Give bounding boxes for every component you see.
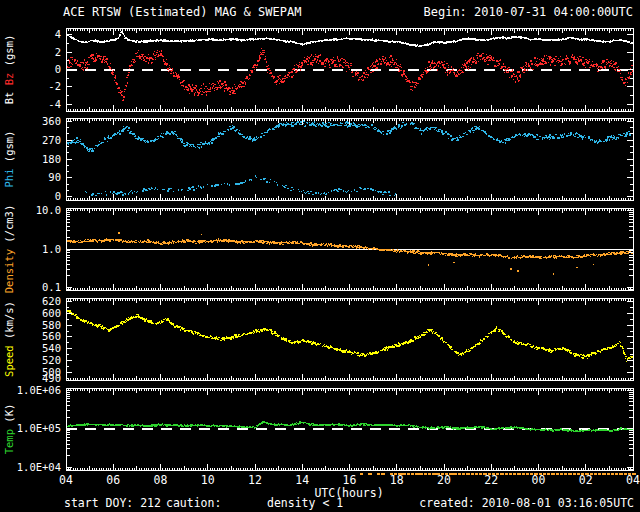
y-tick-label: 0.1 <box>42 281 61 293</box>
y-tick-label: 1.0E+04 <box>17 461 61 473</box>
series-Speed <box>66 310 634 361</box>
y-tick-label: 490 <box>42 372 61 384</box>
y-tick-label: 0 <box>55 63 61 75</box>
begin-timestamp: Begin: 2010-07-31 04:00:00UTC <box>423 5 633 19</box>
y-tick-label: 4 <box>55 28 61 40</box>
x-tick-label: 04 <box>59 473 73 487</box>
y-axis-label-density: Density (/cm3) <box>3 205 15 294</box>
x-tick-label: 12 <box>248 473 262 487</box>
y-tick-label: 360 <box>42 115 61 127</box>
series-Temp <box>66 422 634 432</box>
x-tick-label: 08 <box>154 473 168 487</box>
x-tick-label: 00 <box>532 473 546 487</box>
axis-ticks <box>66 298 633 380</box>
series-Bz <box>66 48 634 100</box>
y-tick-label: 520 <box>42 354 61 366</box>
y-axis-label-phi: Phi (gsm) <box>3 131 15 188</box>
x-tick-label: 06 <box>106 473 120 487</box>
panel-border <box>66 298 633 380</box>
series-Phi-upper <box>66 121 633 151</box>
panel-bt-bz: 420-2-4Bt Bz (gsm) <box>3 28 634 111</box>
series-Bt <box>66 31 634 47</box>
x-tick-label: 14 <box>295 473 309 487</box>
x-tick-label: 18 <box>390 473 404 487</box>
y-tick-label: 1.0 <box>42 243 61 255</box>
footer-start-doy: start DOY: 212 <box>64 496 161 510</box>
y-tick-label: 620 <box>42 295 61 307</box>
y-tick-label: -4 <box>48 98 61 110</box>
series-Phi-lower <box>85 176 396 196</box>
y-tick-label: -2 <box>48 80 61 92</box>
y-tick-label: 90 <box>48 171 61 183</box>
x-tick-label: 04 <box>626 473 640 487</box>
y-tick-label: 0 <box>55 190 61 202</box>
x-tick-label: 22 <box>484 473 498 487</box>
y-tick-label: 600 <box>42 307 61 319</box>
footer-caution-value: density < 1 <box>267 496 343 510</box>
y-tick-label: 2 <box>55 46 61 58</box>
y-tick-label: 270 <box>42 134 61 146</box>
panel-phi: 360270180900Phi (gsm) <box>3 115 633 203</box>
y-tick-label: 560 <box>42 330 61 342</box>
y-axis-label-temp: Temp (K) <box>3 404 15 455</box>
y-tick-label: 180 <box>42 153 61 165</box>
y-tick-label: 1.0E+06 <box>17 384 61 396</box>
y-tick-label: 540 <box>42 342 61 354</box>
footer-caution-label: caution: <box>166 496 221 510</box>
x-tick-label: 16 <box>343 473 357 487</box>
series-Density-outliers <box>118 233 594 274</box>
x-tick-label: 10 <box>201 473 215 487</box>
panel-speed: 620600580560540520500490Speed (km/s) <box>3 295 634 384</box>
y-axis-label-speed: Speed (km/s) <box>3 301 15 377</box>
y-axis-label-bt-bz: Bt Bz (gsm) <box>3 35 15 105</box>
x-tick-label: 20 <box>437 473 451 487</box>
y-tick-label: 10.0 <box>36 204 61 216</box>
page-title: ACE RTSW (Estimated) MAG & SWEPAM <box>63 5 301 19</box>
chart-layers: 420-2-4Bt Bz (gsm)360270180900Phi (gsm)1… <box>3 28 640 487</box>
footer-created: created: 2010-08-01 03:16:05UTC <box>419 496 634 510</box>
x-tick-label: 02 <box>579 473 593 487</box>
panel-temp: 1.0E+061.0E+051.0E+04Temp (K) <box>3 384 634 473</box>
panel-density: 10.01.00.1Density (/cm3) <box>3 204 634 293</box>
plot-canvas: 420-2-4Bt Bz (gsm)360270180900Phi (gsm)1… <box>0 0 640 512</box>
y-tick-label: 580 <box>42 319 61 331</box>
ace-rtsw-plot: 420-2-4Bt Bz (gsm)360270180900Phi (gsm)1… <box>0 0 640 512</box>
y-tick-label: 1.0E+05 <box>17 422 61 434</box>
